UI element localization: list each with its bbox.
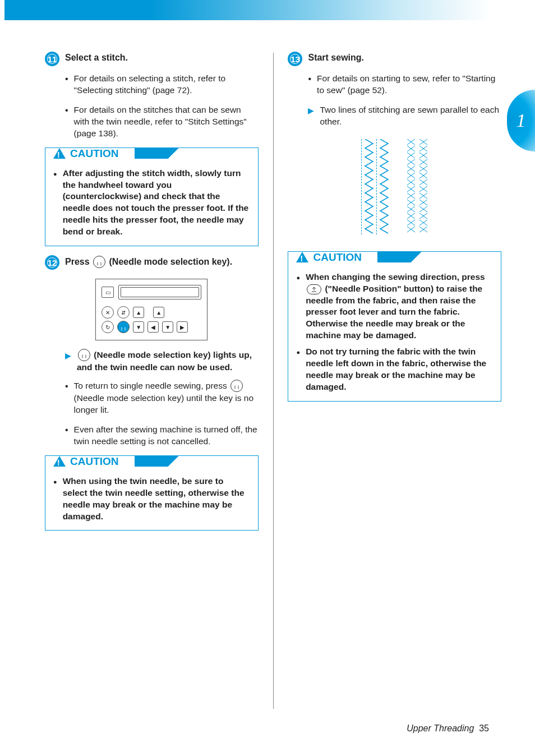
left-column: 11 Select a stitch. For details on selec… [45,53,259,709]
panel-button-speed: ↻ [102,321,114,333]
caution-box-2: CAUTION When using the twin needle, be s… [45,455,259,531]
caution-box-1: CAUTION After adjusting the stitch width… [45,147,259,247]
panel-left: ◀ [147,321,159,333]
column-divider [273,53,274,709]
page-footer: Upper Threading 35 [407,723,489,734]
step-11-title: Select a stitch. [65,53,128,66]
step-badge-11: 11 [45,52,59,66]
panel-button-needle-mode: ╷╷ [117,321,130,333]
right-column: 13 Start sewing. For details on starting… [288,53,501,709]
step-11: 11 Select a stitch. [45,53,259,66]
step-12: 12 Press ╷╷ (Needle mode selection key). [45,256,259,270]
warning-icon [53,148,66,159]
panel-screen-icon: ▭ [102,287,114,298]
panel-down-1: ▼ [133,321,144,333]
zigzag-stitch-1 [364,139,374,234]
triangle-icon: ▶ [65,351,71,374]
caution-box-3: CAUTION When changing the sewing directi… [288,251,501,402]
stitch-figure [339,139,451,240]
footer-page-number: 35 [479,723,489,733]
step-13-result: ▶ Two lines of stitching are sewn parall… [308,104,501,128]
triangle-icon: ▶ [308,105,314,128]
needle-mode-key-icon: ╷╷ [78,349,90,361]
caution-1-text: After adjusting the stitch width, slowly… [63,168,250,238]
warning-icon [53,456,66,467]
needle-mode-key-icon: ╷╷ [230,380,243,392]
panel-display [118,285,201,299]
caution-3-item-2: Do not try turning the fabric with the t… [306,346,493,393]
panel-up-1: ▲ [133,307,144,318]
caution-2-text: When using the twin needle, be sure to s… [63,476,250,523]
panel-down-2: ▼ [162,321,173,333]
step-12-bullet-2: Even after the sewing machine is turned … [74,424,259,448]
step-12-result: ▶ ╷╷ (Needle mode selection key) lights … [65,349,259,374]
panel-right: ▶ [177,321,188,333]
caution-label-3: CAUTION [313,251,362,264]
step-12-title: Press ╷╷ (Needle mode selection key). [65,256,232,270]
panel-up-2: ▲ [153,307,164,318]
step-badge-13: 13 [288,52,302,66]
step-badge-12: 12 [45,255,59,270]
header-bar [4,0,490,20]
needle-position-button-icon [307,284,321,294]
step-13: 13 Start sewing. [288,53,501,66]
control-panel-figure: ▭ ✕ ⇵ ▲ ▲ ↻ ╷╷ ▼ ◀ [95,279,207,340]
step-13-bullet-1: For details on starting to sew, refer to… [317,73,501,96]
step-12-bullet-1: To return to single needle sewing, press… [74,380,259,416]
cross-stitch-1 [406,139,416,234]
needle-mode-key-icon: ╷╷ [93,256,105,268]
caution-label-2: CAUTION [70,455,119,468]
warning-icon [296,252,308,262]
step-13-title: Start sewing. [308,53,364,66]
zigzag-stitch-2 [379,139,389,234]
content: 11 Select a stitch. For details on selec… [0,20,535,709]
caution-3-item-1: When changing the sewing direction, pres… [306,271,493,342]
panel-button-needle-pos: ⇵ [117,306,130,319]
footer-section-title: Upper Threading [407,723,474,733]
cross-stitch-2 [418,139,428,234]
step-11-bullet-1: For details on selecting a stitch, refer… [74,73,259,96]
step-11-bullet-2: For details on the stitches that can be … [74,104,259,140]
caution-label-1: CAUTION [70,147,119,160]
panel-button-cut: ✕ [102,306,114,319]
